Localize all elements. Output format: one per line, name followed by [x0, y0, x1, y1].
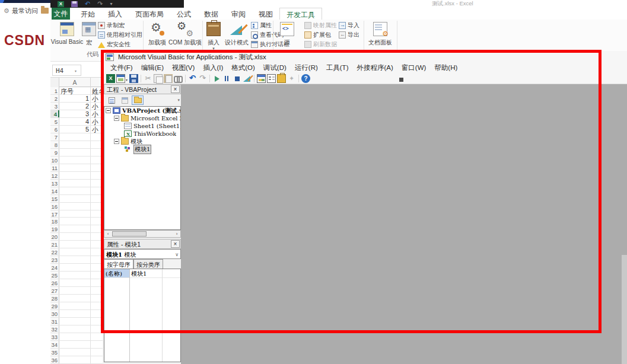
redo-icon[interactable]: ↷: [198, 74, 207, 83]
row-header-13[interactable]: 13: [50, 180, 59, 187]
cell-A32[interactable]: [59, 325, 91, 333]
cell-A14[interactable]: [59, 187, 91, 194]
view-excel-icon[interactable]: X: [106, 74, 115, 83]
row-header-35[interactable]: 35: [50, 349, 59, 356]
cell-A25[interactable]: [59, 272, 91, 279]
cell-A26[interactable]: [59, 279, 91, 286]
collapse-icon[interactable]: [114, 139, 119, 144]
cell-A20[interactable]: [59, 233, 91, 240]
tab-alphabetic[interactable]: 按字母序: [104, 259, 133, 269]
tree-item-vbaproject[interactable]: VBAProject (测试.xl: [104, 107, 180, 114]
browser-scrollbar[interactable]: [622, 255, 627, 364]
cell-A34[interactable]: [59, 341, 91, 348]
cell-A35[interactable]: [59, 349, 91, 356]
help-icon[interactable]: ?: [301, 74, 310, 83]
cell-A15[interactable]: [59, 195, 91, 202]
cell-A1[interactable]: 序号: [59, 87, 91, 94]
cell-A3[interactable]: 2: [59, 103, 91, 110]
row-header-11[interactable]: 11: [50, 164, 59, 171]
close-properties-panel-icon[interactable]: ×: [171, 240, 180, 248]
copy-icon[interactable]: [154, 74, 163, 83]
row-header-18[interactable]: 18: [50, 218, 59, 225]
ribbon-tab[interactable]: 审阅: [225, 8, 252, 20]
name-box[interactable]: H4: [52, 65, 81, 76]
reset-icon[interactable]: [233, 74, 241, 83]
save-icon[interactable]: [129, 74, 138, 83]
property-row[interactable]: (名称) 模块1: [104, 269, 180, 278]
ribbon-tab[interactable]: 公式: [170, 8, 198, 20]
cell-A6[interactable]: 5: [59, 126, 91, 133]
row-header-29[interactable]: 29: [50, 302, 59, 309]
object-selector-dropdown[interactable]: 模块1 模块 ∨: [104, 249, 181, 259]
cut-icon[interactable]: ✂: [144, 74, 152, 83]
cell-A21[interactable]: [59, 241, 91, 248]
vba-menu-item[interactable]: 调试(D): [259, 63, 291, 72]
row-header-3[interactable]: 3: [50, 103, 59, 110]
vba-menu-item[interactable]: 窗口(W): [397, 63, 431, 72]
row-header-33[interactable]: 33: [50, 333, 59, 340]
view-dropdown-icon[interactable]: ▾: [126, 78, 128, 82]
project-explorer-icon[interactable]: [257, 74, 266, 83]
vba-menu-item[interactable]: 插入(I): [199, 63, 227, 72]
view-object-icon[interactable]: [116, 74, 125, 83]
most-visited-bookmark[interactable]: 最常访问: [12, 7, 38, 15]
collapse-icon[interactable]: [106, 108, 111, 113]
row-header-27[interactable]: 27: [50, 287, 59, 294]
ribbon-tab[interactable]: 开发工具: [279, 8, 322, 20]
break-icon[interactable]: [222, 74, 231, 83]
select-all-corner[interactable]: [50, 78, 59, 87]
use-relative-references-button[interactable]: 使用相对引用: [98, 30, 142, 39]
find-icon[interactable]: [174, 74, 183, 83]
project-horizontal-scrollbar[interactable]: ‹ ›: [104, 230, 181, 238]
toolbar-options-handle[interactable]: [399, 78, 403, 82]
cell-A23[interactable]: [59, 256, 91, 263]
record-macro-button[interactable]: 录制宏: [98, 21, 125, 30]
vba-menu-item[interactable]: 帮助(H): [430, 63, 462, 72]
cell-A18[interactable]: [59, 218, 91, 225]
customize-qat-button[interactable]: ▾: [110, 1, 112, 7]
redo-button[interactable]: ↷: [97, 1, 103, 7]
cell-A27[interactable]: [59, 287, 91, 294]
ribbon-tab[interactable]: 开始: [74, 8, 101, 20]
cell-A7[interactable]: [59, 133, 91, 141]
row-header-34[interactable]: 34: [50, 341, 59, 348]
column-header-a[interactable]: A: [59, 78, 91, 87]
cell-A33[interactable]: [59, 333, 91, 340]
row-header-24[interactable]: 24: [50, 264, 59, 271]
row-header-36[interactable]: 36: [50, 356, 59, 363]
cell-A17[interactable]: [59, 210, 91, 218]
cell-A10[interactable]: [59, 157, 91, 164]
visual-basic-button[interactable]: Visual Basic: [53, 20, 81, 57]
row-header-7[interactable]: 7: [50, 133, 59, 141]
collapse-icon[interactable]: [114, 116, 119, 121]
row-header-28[interactable]: 28: [50, 295, 59, 302]
tree-item-thisworkbook[interactable]: ThisWorkbook: [104, 130, 180, 138]
close-project-panel-icon[interactable]: ×: [171, 85, 180, 93]
run-macro-icon[interactable]: [212, 74, 221, 83]
tree-item-module1[interactable]: 模块1: [104, 145, 180, 153]
ribbon-tab[interactable]: 页面布局: [129, 8, 170, 20]
row-header-5[interactable]: 5: [50, 118, 59, 125]
cell-A13[interactable]: [59, 180, 91, 187]
export-button[interactable]: 导出: [339, 30, 359, 39]
cell-A12[interactable]: [59, 172, 91, 179]
name-box-dropdown-icon[interactable]: ▾: [75, 69, 77, 73]
ribbon-tab[interactable]: 数据: [198, 8, 225, 20]
cell-A36[interactable]: [59, 356, 91, 363]
vba-menu-item[interactable]: 工具(T): [322, 63, 353, 72]
tree-item-excel-objects[interactable]: Microsoft Excel 对象: [104, 114, 180, 122]
tab-file[interactable]: 文件: [52, 8, 70, 20]
row-header-26[interactable]: 26: [50, 279, 59, 286]
row-header-22[interactable]: 22: [50, 248, 59, 256]
ribbon-tab[interactable]: 视图: [252, 8, 279, 20]
cell-A29[interactable]: [59, 302, 91, 309]
vba-title-bar[interactable]: Microsoft Visual Basic for Applications …: [103, 51, 627, 63]
paste-icon[interactable]: [164, 74, 173, 83]
row-header-21[interactable]: 21: [50, 241, 59, 248]
cell-A5[interactable]: 4: [59, 118, 91, 125]
row-header-10[interactable]: 10: [50, 157, 59, 164]
bookmark-folder-icon[interactable]: [41, 8, 49, 14]
row-header-1[interactable]: 1: [50, 87, 59, 94]
settings-gear-icon[interactable]: ⚙: [4, 7, 9, 15]
row-header-6[interactable]: 6: [50, 126, 59, 133]
